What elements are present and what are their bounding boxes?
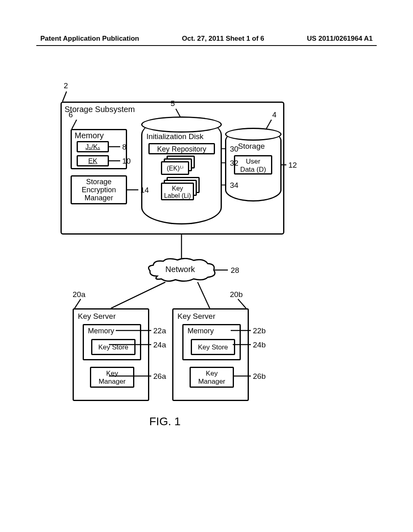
svg-line-14 bbox=[198, 282, 210, 308]
memory-title: Memory bbox=[75, 131, 104, 140]
ref-8: 8 bbox=[122, 143, 127, 152]
diagram-canvas: Storage Subsystem Memory Jₛ/Kₛ EK Storag… bbox=[48, 77, 365, 451]
ref-2: 2 bbox=[64, 81, 68, 90]
storage-encryption-manager-box: Storage Encryption Manager bbox=[71, 175, 127, 204]
key-server-b: Key Server Memory Key Store Key Manager bbox=[172, 308, 249, 401]
ref-32: 32 bbox=[230, 159, 238, 168]
key-server-b-memory-title: Memory bbox=[188, 327, 214, 335]
svg-line-15 bbox=[75, 299, 81, 308]
ref-4: 4 bbox=[272, 110, 277, 119]
header-left: Patent Application Publication bbox=[40, 35, 139, 43]
key-server-a-title: Key Server bbox=[78, 312, 116, 321]
header-right: US 2011/0261964 A1 bbox=[307, 35, 373, 43]
key-server-b-title: Key Server bbox=[177, 312, 215, 321]
ref-30: 30 bbox=[230, 145, 238, 154]
jsks-label: Jₛ/Kₛ bbox=[86, 143, 100, 151]
svg-line-16 bbox=[238, 299, 246, 308]
ref-34: 34 bbox=[230, 181, 238, 190]
key-repository-box: Key Repository bbox=[148, 143, 215, 154]
ref-24b: 24b bbox=[253, 341, 266, 349]
key-server-a-key-manager: Key Manager bbox=[90, 367, 134, 388]
key-server-b-memory: Memory Key Store bbox=[182, 324, 241, 360]
header-center: Oct. 27, 2011 Sheet 1 of 6 bbox=[182, 35, 264, 43]
ref-14: 14 bbox=[140, 186, 149, 195]
ref-22a: 22a bbox=[153, 326, 166, 335]
ref-6: 6 bbox=[69, 110, 73, 119]
ref-12: 12 bbox=[288, 161, 297, 170]
initialization-disk-title: Initialization Disk bbox=[146, 132, 204, 141]
ref-20a: 20a bbox=[73, 290, 86, 299]
ek-box: EK bbox=[77, 155, 109, 166]
user-data-box: User Data (D) bbox=[234, 155, 272, 175]
ref-24a: 24a bbox=[153, 341, 166, 349]
ref-26a: 26a bbox=[153, 372, 166, 381]
network-label: Network bbox=[165, 265, 195, 274]
ek-li-stack-front: (EK)ᴸⁱ bbox=[161, 161, 189, 175]
ref-20b: 20b bbox=[230, 290, 243, 299]
ref-22b: 22b bbox=[253, 326, 266, 335]
figure-label: FIG. 1 bbox=[149, 415, 181, 428]
key-server-b-key-store: Key Store bbox=[191, 339, 235, 355]
page-header: Patent Application Publication Oct. 27, … bbox=[0, 35, 413, 43]
storage-subsystem-title: Storage Subsystem bbox=[65, 105, 135, 114]
storage-title: Storage bbox=[238, 142, 265, 151]
key-server-a-memory: Memory Key Store bbox=[83, 324, 141, 360]
key-server-a-key-store: Key Store bbox=[91, 339, 136, 355]
ref-10: 10 bbox=[122, 157, 131, 166]
key-server-b-key-manager: Key Manager bbox=[190, 367, 234, 388]
key-label-stack-front: Key Label (Li) bbox=[161, 183, 194, 200]
key-server-a: Key Server Memory Key Store Key Manager bbox=[73, 308, 149, 401]
header-rule bbox=[36, 45, 377, 46]
svg-line-0 bbox=[63, 91, 67, 102]
jsks-box: Jₛ/Kₛ bbox=[77, 141, 109, 152]
svg-line-13 bbox=[111, 282, 165, 308]
key-server-a-memory-title: Memory bbox=[88, 327, 114, 335]
ref-28: 28 bbox=[231, 266, 239, 275]
ref-26b: 26b bbox=[253, 372, 266, 381]
ref-5: 5 bbox=[171, 99, 175, 108]
